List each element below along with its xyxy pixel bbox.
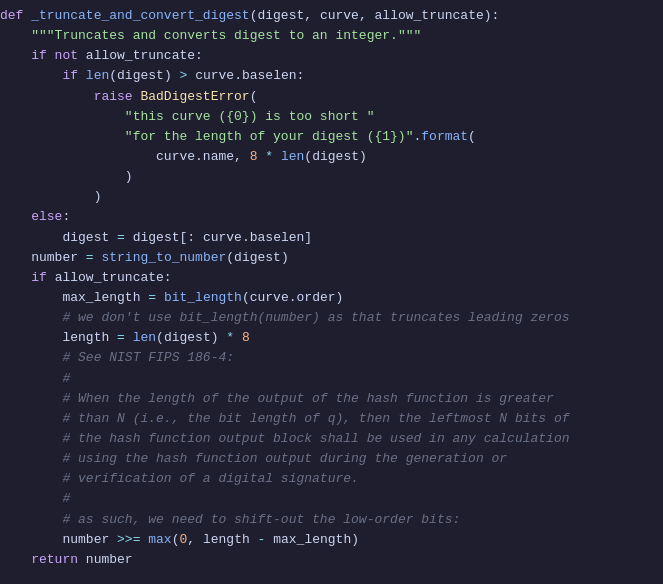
- code-line-4: if len(digest) > curve.baselen:: [0, 66, 663, 86]
- code-line-26: #: [0, 489, 663, 509]
- code-line-11: else:: [0, 207, 663, 227]
- code-line-23: # the hash function output block shall b…: [0, 429, 663, 449]
- code-line-28: number >>= max(0, length - max_length): [0, 530, 663, 550]
- code-line-22: # than N (i.e., the bit length of q), th…: [0, 409, 663, 429]
- code-line-2: """Truncates and converts digest to an i…: [0, 26, 663, 46]
- code-line-5: raise BadDigestError(: [0, 87, 663, 107]
- code-line-30: return number: [0, 550, 663, 570]
- code-line-27: # as such, we need to shift-out the low-…: [0, 510, 663, 530]
- code-line-19: # See NIST FIPS 186-4:: [0, 348, 663, 368]
- code-line-12: digest = digest[: curve.baselen]: [0, 228, 663, 248]
- code-line-13: number = string_to_number(digest): [0, 248, 663, 268]
- code-line-3: if not allow_truncate:: [0, 46, 663, 66]
- code-line-21: # When the length of the output of the h…: [0, 389, 663, 409]
- code-line-17: length = len(digest) * 8: [0, 328, 663, 348]
- code-line-25: # verification of a digital signature.: [0, 469, 663, 489]
- code-line-14: if allow_truncate:: [0, 268, 663, 288]
- code-line-10: ): [0, 187, 663, 207]
- code-line-16: # we don't use bit_length(number) as tha…: [0, 308, 663, 328]
- code-line-20: #: [0, 369, 663, 389]
- code-line-6: "this curve ({0}) is too short ": [0, 107, 663, 127]
- code-line-7: "for the length of your digest ({1})".fo…: [0, 127, 663, 147]
- code-line-1: def _truncate_and_convert_digest(digest,…: [0, 6, 663, 26]
- code-editor: def _truncate_and_convert_digest(digest,…: [0, 0, 663, 584]
- code-line-9: ): [0, 167, 663, 187]
- code-line-24: # using the hash function output during …: [0, 449, 663, 469]
- code-line-8: curve.name, 8 * len(digest): [0, 147, 663, 167]
- code-line-15: max_length = bit_length(curve.order): [0, 288, 663, 308]
